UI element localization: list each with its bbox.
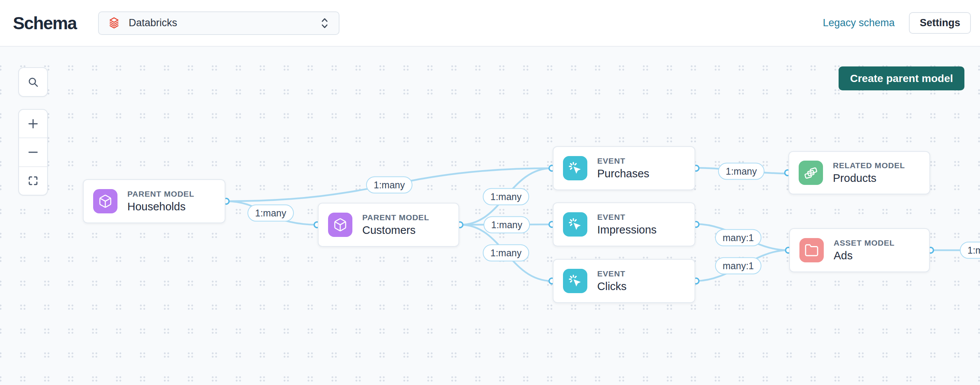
source-selector-value: Databricks xyxy=(129,17,311,29)
zoom-out-button[interactable] xyxy=(19,138,47,166)
node-clicks[interactable]: EVENTClicks xyxy=(553,259,695,303)
node-impressions[interactable]: EVENTImpressions xyxy=(553,202,695,246)
zoom-in-button[interactable] xyxy=(19,110,47,138)
cursor-click-icon xyxy=(563,269,587,293)
relationship-label-purchases-products[interactable]: 1:many xyxy=(718,163,764,180)
relationship-label-customers-clicks[interactable]: 1:many xyxy=(483,244,529,261)
zoom-in-icon xyxy=(27,118,39,130)
node-name: Purchases xyxy=(597,168,649,180)
cursor-click-icon xyxy=(563,156,587,181)
node-type-label: EVENT xyxy=(597,157,649,166)
node-name: Customers xyxy=(362,224,429,236)
relationship-label-customers-purchases[interactable]: 1:many xyxy=(483,189,529,205)
zoom-out-icon xyxy=(27,146,39,158)
cube-icon xyxy=(328,212,352,237)
cursor-click-icon xyxy=(563,212,587,236)
schema-canvas[interactable]: 1:many1:many1:many1:many1:many1:manymany… xyxy=(0,47,980,385)
node-name: Ads xyxy=(834,249,894,262)
node-type-label: RELATED MODEL xyxy=(833,161,905,170)
node-type-label: PARENT MODEL xyxy=(127,190,194,198)
cube-icon xyxy=(93,189,118,213)
node-name: Clicks xyxy=(597,280,627,293)
settings-button[interactable]: Settings xyxy=(909,12,971,34)
databricks-icon xyxy=(107,16,121,30)
node-households[interactable]: PARENT MODELHouseholds xyxy=(83,179,226,223)
search-button[interactable] xyxy=(18,67,48,97)
node-customers[interactable]: PARENT MODELCustomers xyxy=(318,203,459,247)
node-type-label: ASSET MODEL xyxy=(834,238,894,247)
relationship-label-impressions-ads[interactable]: many:1 xyxy=(715,229,761,246)
relationship-label-clicks-ads[interactable]: many:1 xyxy=(715,257,761,274)
zoom-controls xyxy=(18,109,48,195)
relationship-label-households-customers[interactable]: 1:many xyxy=(247,204,294,222)
folder-icon xyxy=(799,238,824,262)
node-name: Products xyxy=(833,172,905,185)
chevron-sort-icon xyxy=(319,17,330,30)
app-logo: Schema xyxy=(13,13,76,33)
node-ads[interactable]: ASSET MODELAds xyxy=(789,228,930,272)
top-bar: Schema Databricks Legacy schema Settings xyxy=(0,0,980,47)
source-selector-dropdown[interactable]: Databricks xyxy=(98,11,339,35)
node-name: Impressions xyxy=(597,223,657,236)
relationship-label-ads-offscreen[interactable]: 1:many xyxy=(960,242,980,259)
node-type-label: EVENT xyxy=(597,269,627,278)
fit-view-button[interactable] xyxy=(19,166,47,195)
node-type-label: PARENT MODEL xyxy=(362,213,429,222)
relationship-label-customers-impressions[interactable]: 1:many xyxy=(484,216,530,233)
search-icon xyxy=(27,76,39,88)
legacy-schema-link[interactable]: Legacy schema xyxy=(822,17,894,29)
node-products[interactable]: RELATED MODELProducts xyxy=(788,151,930,194)
node-type-label: EVENT xyxy=(597,212,657,222)
fit-view-icon xyxy=(27,175,39,187)
node-name: Households xyxy=(127,200,194,213)
relationship-label-households-purchases[interactable]: 1:many xyxy=(366,177,412,193)
create-parent-model-button[interactable]: Create parent model xyxy=(838,67,964,90)
node-purchases[interactable]: EVENTPurchases xyxy=(553,146,695,190)
layers-icon xyxy=(799,161,823,185)
